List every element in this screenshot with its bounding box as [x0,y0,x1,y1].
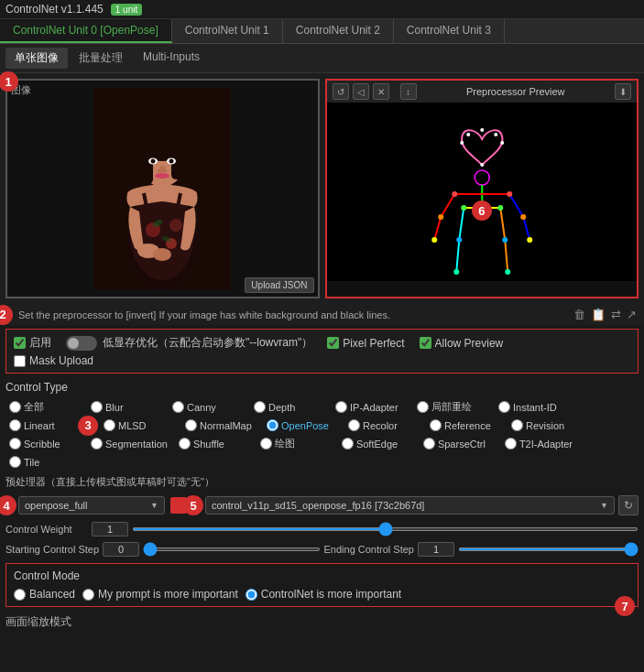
allow-preview-item[interactable]: Allow Preview [420,337,504,350]
radio-Lineart[interactable]: Lineart [5,417,83,433]
radio-label-Tile[interactable]: Tile [24,457,39,468]
radio-input-Reference[interactable] [430,419,442,431]
radio-label-Blur[interactable]: Blur [105,402,124,413]
pixel-perfect-checkbox[interactable] [327,337,339,349]
radio-input-Depth[interactable] [254,401,266,413]
radio-NormalMap[interactable]: NormalMap [181,417,259,433]
radio-label-局部重绘[interactable]: 局部重绘 [431,400,472,414]
radio-SparseCtrl[interactable]: SparseCtrl [420,435,497,452]
radio-Tile[interactable]: Tile [5,454,83,470]
radio-input-Tile[interactable] [9,456,21,468]
radio-label-OpenPose[interactable]: OpenPose [281,420,329,431]
radio-label-Segmentation[interactable]: Segmentation [105,439,168,450]
radio-OpenPose[interactable]: OpenPose [263,417,341,433]
radio-input-NormalMap[interactable] [185,419,197,431]
prev-icon[interactable]: ◁ [353,83,369,100]
radio-label-MLSD[interactable]: MLSD [118,420,147,431]
mode-controlnet-radio[interactable] [246,589,257,601]
download-icon[interactable]: ⬇ [615,83,631,100]
radio-label-Depth[interactable]: Depth [268,402,295,413]
mode-balanced[interactable]: Balanced [14,588,75,601]
radio-label-IP-Adapter[interactable]: IP-Adapter [350,402,398,413]
radio-T2I-Adapter[interactable]: T2I-Adapter [501,435,579,452]
ending-step-input[interactable] [418,542,454,557]
radio-input-全部[interactable] [9,401,21,413]
radio-Instant-ID[interactable]: Instant-ID [495,398,573,416]
radio-input-IP-Adapter[interactable] [335,401,347,413]
sub-tab-multi[interactable]: Multi-Inputs [134,48,209,69]
preprocessor-dropdown[interactable]: openpose_full ▼ [18,496,165,515]
mode-balanced-radio[interactable] [14,589,26,601]
radio-label-Lineart[interactable]: Lineart [24,420,55,431]
radio-input-T2I-Adapter[interactable] [505,438,517,450]
radio-input-MLSD[interactable] [104,419,115,431]
copy-icon[interactable]: 📋 [591,308,606,321]
radio-Canny[interactable]: Canny [169,398,246,416]
expand-icon[interactable]: ↕ [400,83,417,100]
radio-Recolor[interactable]: Recolor [344,417,422,433]
radio-input-SparseCtrl[interactable] [423,438,435,450]
radio-label-Scribble[interactable]: Scribble [24,439,60,450]
reset-icon[interactable]: ↺ [333,83,349,100]
ending-step-slider[interactable] [458,547,639,551]
source-image-panel[interactable]: 图像 [5,79,320,298]
radio-label-绘图[interactable]: 绘图 [275,437,295,450]
radio-label-SparseCtrl[interactable]: SparseCtrl [438,439,486,450]
starting-step-slider[interactable] [143,547,320,551]
radio-Segmentation[interactable]: Segmentation [87,435,171,452]
radio-label-全部[interactable]: 全部 [24,400,44,414]
allow-preview-label[interactable]: Allow Preview [435,337,504,350]
radio-Reference[interactable]: Reference [426,417,504,433]
radio-input-绘图[interactable] [260,438,272,450]
radio-input-SoftEdge[interactable] [342,438,354,450]
mask-upload-label[interactable]: Mask Upload [29,354,93,367]
pixel-perfect-label[interactable]: Pixel Perfect [343,337,404,350]
radio-input-Blur[interactable] [91,401,103,413]
radio-label-SoftEdge[interactable]: SoftEdge [356,439,398,450]
radio-input-Revision[interactable] [511,419,523,431]
radio-input-局部重绘[interactable] [417,401,429,413]
radio-Depth[interactable]: Depth [250,398,328,416]
refresh-model-btn[interactable]: ↻ [618,495,639,515]
radio-label-T2I-Adapter[interactable]: T2I-Adapter [519,439,573,450]
tab-unit1[interactable]: ControlNet Unit 1 [172,19,283,43]
mode-prompt-label[interactable]: My prompt is more important [98,588,238,601]
radio-input-Shuffle[interactable] [179,438,191,450]
radio-label-Instant-ID[interactable]: Instant-ID [513,402,557,413]
mode-controlnet[interactable]: ControlNet is more important [246,588,401,601]
radio-label-Reference[interactable]: Reference [444,420,491,431]
sub-tab-single[interactable]: 单张图像 [5,48,68,69]
radio-input-Recolor[interactable] [348,419,360,431]
starting-step-input[interactable] [103,542,139,557]
control-weight-slider[interactable] [132,527,639,531]
model-dropdown[interactable]: control_v11p_sd15_openpose_fp16 [73c2b67… [205,496,615,515]
tab-unit2[interactable]: ControlNet Unit 2 [283,19,394,43]
radio-input-Canny[interactable] [172,401,184,413]
radio-label-Revision[interactable]: Revision [526,420,564,431]
control-weight-input[interactable] [92,522,128,537]
radio-MLSD[interactable]: MLSD [100,417,178,433]
radio-input-Lineart[interactable] [9,419,21,431]
mode-balanced-label[interactable]: Balanced [29,588,75,601]
mode-controlnet-label[interactable]: ControlNet is more important [261,588,401,601]
radio-全部[interactable]: 全部 [5,398,83,416]
radio-label-NormalMap[interactable]: NormalMap [200,420,252,431]
low-vram-toggle[interactable] [66,336,97,351]
close-x-icon[interactable]: ✕ [373,83,389,100]
radio-Shuffle[interactable]: Shuffle [175,435,253,452]
upload-json-btn[interactable]: Upload JSON [245,277,313,293]
pixel-perfect-item[interactable]: Pixel Perfect [327,337,404,350]
radio-label-Shuffle[interactable]: Shuffle [193,439,224,450]
enable-checkbox-item[interactable]: 启用 [14,335,51,351]
send-icon[interactable]: ↗ [627,308,637,321]
radio-Revision[interactable]: Revision [508,417,585,433]
enable-checkbox[interactable] [14,337,26,349]
radio-IP-Adapter[interactable]: IP-Adapter [332,398,409,416]
sub-tab-batch[interactable]: 批量处理 [70,48,132,69]
radio-input-OpenPose[interactable] [267,419,278,431]
trash-icon[interactable]: 🗑 [573,308,585,321]
tab-unit0[interactable]: ControlNet Unit 0 [OpenPose] [0,19,172,43]
radio-input-Instant-ID[interactable] [498,401,510,413]
radio-SoftEdge[interactable]: SoftEdge [338,435,416,452]
radio-绘图[interactable]: 绘图 [257,435,334,452]
